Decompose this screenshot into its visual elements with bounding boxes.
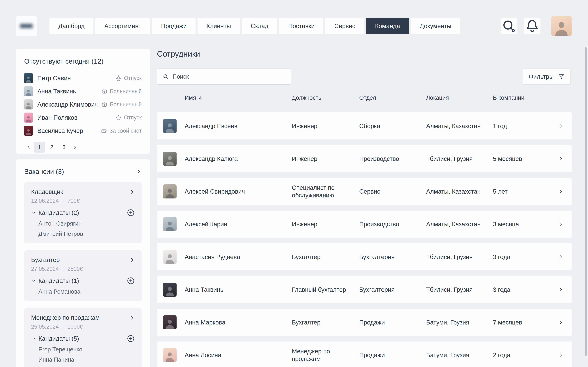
search-button[interactable]	[501, 18, 517, 34]
vertical-scrollbar[interactable]	[585, 47, 587, 356]
notifications-button[interactable]	[524, 18, 540, 34]
employee-row[interactable]: Алексей Свиридович Специалист по обслужи…	[157, 178, 572, 205]
employee-name: Алексей Карин	[185, 220, 286, 228]
avatar	[163, 152, 177, 166]
status-label: За свой счет	[110, 127, 142, 134]
meta-divider: |	[62, 266, 64, 272]
chevron-right-icon[interactable]	[558, 254, 564, 260]
chevron-right-icon[interactable]	[129, 257, 135, 263]
filters-button[interactable]: Фильтры	[523, 68, 571, 85]
candidate-name[interactable]: Инна Панина	[38, 357, 135, 363]
vacancy-meta: 25.05.2024 | 1000€	[31, 324, 135, 330]
plus-circle-icon[interactable]	[127, 209, 135, 217]
chevron-right-icon[interactable]	[558, 319, 564, 325]
employee-row[interactable]: Анна Таквинь Главный бухгалтер Бухгалтер…	[157, 276, 572, 303]
pagination-next-button[interactable]	[70, 142, 79, 153]
nav-item-dashboard[interactable]: Дашборд	[50, 18, 93, 34]
employee-row[interactable]: Анна Маркова Бухгалтер Продажи Батуми, Г…	[157, 309, 572, 336]
nav-item-team[interactable]: Команда	[366, 18, 409, 34]
vacancy-salary: 1000€	[68, 324, 83, 330]
user-avatar[interactable]	[551, 16, 572, 36]
chevron-down-icon	[31, 210, 36, 215]
employee-row[interactable]: Анна Лосина Менеджер по продажам Продажи…	[157, 342, 572, 367]
vacancy-meta: 27.05.2024 | 2500€	[31, 266, 135, 272]
column-header-name[interactable]: Имя	[185, 94, 203, 101]
absence-status: Больничный	[101, 101, 142, 108]
vacancy-title: Кладовщик	[31, 188, 63, 195]
employee-location: Тбилиси, Грузия	[426, 155, 487, 163]
chevron-right-icon[interactable]	[558, 352, 564, 358]
avatar	[163, 250, 177, 264]
candidate-name[interactable]: Егор Терещенко	[38, 346, 135, 353]
vacancy-head[interactable]: Кладовщик	[31, 188, 135, 195]
plus-circle-icon[interactable]	[127, 277, 135, 285]
employee-table: Александр Евсеев Инженер Сборка Алматы, …	[157, 112, 572, 367]
employee-department: Сервис	[359, 188, 421, 195]
vacancy-date: 12.06.2024	[31, 198, 59, 204]
employee-row[interactable]: Александр Евсеев Инженер Сборка Алматы, …	[157, 112, 572, 140]
employee-tenure: 2 года	[493, 351, 551, 359]
chevron-right-icon	[72, 145, 77, 150]
vacancies-title: Вакансии (3)	[24, 168, 64, 175]
employee-row[interactable]: Александр Калюга Инженер Производство Тб…	[157, 145, 572, 172]
chevron-right-icon[interactable]	[558, 287, 564, 293]
person-name: Анна Таквинь	[37, 88, 76, 95]
chevron-right-icon[interactable]	[558, 188, 564, 194]
nav-item-supplies[interactable]: Поставки	[279, 18, 323, 34]
absent-person-row[interactable]: Василиса Кучер За свой счет	[24, 124, 142, 137]
employee-row[interactable]: Анастасия Руднева Бухгалтер Бухгалтерия …	[157, 243, 572, 270]
candidates-toggle[interactable]: Кандидаты (5)	[31, 334, 135, 342]
meta-divider: |	[62, 324, 64, 330]
pagination-prev-button[interactable]	[24, 142, 33, 153]
employee-department: Сборка	[359, 122, 421, 130]
nav-item-assortment[interactable]: Ассортимент	[95, 18, 150, 34]
nav-item-documents[interactable]: Документы	[411, 18, 460, 34]
chevron-right-icon[interactable]	[129, 189, 135, 195]
employee-position: Менеджер по продажам	[292, 347, 353, 363]
vacancies-header[interactable]: Вакансии (3)	[24, 159, 142, 175]
chevron-left-icon	[26, 145, 31, 150]
absent-person-row[interactable]: Петр Савин Отпуск	[24, 72, 142, 85]
chevron-right-icon[interactable]	[136, 168, 142, 175]
nav-item-clients[interactable]: Клиенты	[198, 18, 240, 34]
employee-position: Инженер	[292, 155, 353, 163]
pagination-page-1[interactable]: 1	[34, 142, 45, 153]
plus-circle-icon[interactable]	[127, 334, 135, 342]
search-input[interactable]	[173, 73, 285, 80]
employee-department: Производство	[359, 220, 421, 228]
candidate-name[interactable]: Анна Романова	[38, 288, 135, 295]
nav-item-warehouse[interactable]: Склад	[242, 18, 277, 34]
pagination-page-2[interactable]: 2	[46, 142, 57, 153]
candidates-toggle[interactable]: Кандидаты (1)	[31, 277, 135, 285]
chevron-right-icon[interactable]	[558, 123, 564, 129]
pagination-page-3[interactable]: 3	[59, 142, 69, 153]
absent-person-row[interactable]: Иван Поляков Отпуск	[24, 111, 142, 124]
employee-location: Батуми, Грузия	[426, 318, 487, 326]
top-bar: Дашборд Ассортимент Продажи Клиенты Скла…	[16, 16, 572, 36]
column-header-department: Отдел	[359, 94, 376, 101]
chevron-right-icon[interactable]	[558, 221, 564, 227]
nav-item-sales[interactable]: Продажи	[152, 18, 196, 34]
status-label: Больничный	[110, 88, 142, 94]
absent-person-row[interactable]: Александр Климович Больничный	[24, 98, 142, 111]
chevron-down-icon	[31, 278, 36, 283]
chevron-right-icon[interactable]	[129, 315, 135, 320]
candidate-name[interactable]: Дмитрий Петров	[38, 231, 135, 237]
employee-location: Алматы, Казахстан	[426, 220, 487, 228]
vacancy-date: 27.05.2024	[31, 266, 59, 272]
logo	[16, 16, 37, 36]
avatar	[163, 315, 177, 329]
nav-item-service[interactable]: Сервис	[325, 18, 364, 34]
candidate-name[interactable]: Антон Свирягин	[38, 220, 135, 227]
status-label: Отпуск	[124, 114, 142, 121]
candidates-toggle[interactable]: Кандидаты (2)	[31, 209, 135, 217]
vacancy-head[interactable]: Менеджер по продажам	[31, 314, 135, 321]
airplane-icon	[115, 75, 122, 81]
employee-name: Анастасия Руднева	[185, 253, 286, 261]
vacancy-salary: 2500€	[68, 266, 83, 272]
employee-name: Анна Таквинь	[185, 286, 286, 293]
vacancy-head[interactable]: Бухгалтер	[31, 257, 135, 263]
chevron-right-icon[interactable]	[558, 156, 564, 162]
employee-row[interactable]: Алексей Карин Инженер Производство Алмат…	[157, 211, 572, 238]
absent-person-row[interactable]: Анна Таквинь Больничный	[24, 85, 142, 98]
